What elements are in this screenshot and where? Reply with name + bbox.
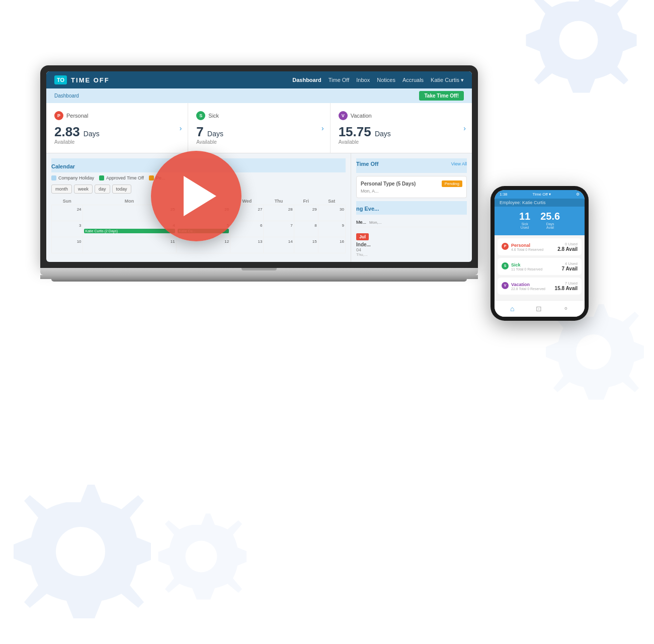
nav-user[interactable]: Katie Curtis ▾ [431, 77, 464, 83]
phone-row-vacation[interactable]: V Vacation 22.8 Total 0 Reserved 7 Used … [498, 278, 582, 295]
personal-arrow[interactable]: › [180, 124, 182, 132]
phone-tab-home-icon[interactable]: ⌂ [510, 305, 514, 313]
cal-cell[interactable]: 13 [230, 237, 264, 253]
nav-inbox[interactable]: Inbox [356, 77, 370, 83]
upcoming-title: ng Eve... [356, 206, 379, 212]
phone-employee-row: Employee: Katie Curtis [495, 199, 585, 207]
legend-approved: Approved Time Off [99, 175, 144, 180]
phone-screen: 1:38 Time Off ▾ ⚙ Employee: Katie Curtis… [495, 190, 585, 317]
vacation-arrow[interactable]: › [463, 124, 466, 132]
jul-event-weekday: Thu,... [356, 252, 467, 257]
phone-tab-person-icon[interactable]: ⚬ [563, 305, 569, 313]
cal-cell[interactable]: 24 [52, 205, 83, 221]
cal-cell[interactable]: 10 [52, 237, 83, 253]
timeoff-item-header: Personal Type (5 Days) Pending [361, 180, 462, 187]
nav-timeoff[interactable]: Time Off [329, 77, 350, 83]
legend-dot-personal [149, 175, 154, 180]
phone-bottom-bar: ⌂ ⊡ ⚬ [495, 300, 585, 317]
logo-text: TIME OFF [71, 76, 110, 84]
cal-cell[interactable]: 15 [294, 237, 318, 253]
personal-badge: P [54, 111, 63, 120]
personal-available: Available [54, 139, 180, 145]
cal-day-btn[interactable]: day [95, 185, 110, 194]
cal-cell[interactable]: 3 [52, 221, 83, 237]
jul-event-type: Inde... [356, 242, 467, 247]
cal-cell[interactable]: 30 [318, 205, 345, 221]
jul-event-date: 04 [356, 247, 467, 252]
gear-bottom-left [10, 481, 151, 624]
phone-sick-label: SickUsed [519, 222, 530, 229]
phone-personal-right: 0 Used 2.8 Avail [557, 242, 578, 252]
app-cards: P Personal 2.83 Days Available › S Sick … [46, 103, 472, 153]
timeoff-item-personal: Personal Type (5 Days) Pending Mon, A... [356, 176, 467, 198]
cal-today-btn[interactable]: today [112, 185, 131, 194]
phone-vacation-badge: V [502, 282, 509, 289]
sick-label: Sick [208, 113, 219, 119]
phone: 1:38 Time Off ▾ ⚙ Employee: Katie Curtis… [490, 186, 589, 321]
nav-dashboard[interactable]: Dashboard [292, 77, 321, 83]
card-sick: S Sick 7 Days Available › [188, 103, 330, 153]
phone-row-personal[interactable]: P Personal 4.6 Total 0 Reserved 0 Used 2… [498, 238, 582, 255]
phone-employee-name: Katie Curtis [522, 200, 546, 205]
legend-approved-label: Approved Time Off [106, 175, 144, 180]
cal-cell[interactable]: 29 [294, 205, 318, 221]
phone-time: 1:38 [500, 192, 508, 197]
phone-days-label: DaysAvail [540, 222, 560, 229]
take-time-off-button[interactable]: Take Time Off! [419, 91, 464, 101]
timeoff-header: Time Off View All [356, 161, 467, 167]
cal-month-btn[interactable]: month [51, 185, 72, 194]
phone-row-left-sick: S Sick 11 Total 0 Reserved [502, 262, 542, 271]
cal-cell[interactable]: 7 [264, 221, 294, 237]
phone-content: P Personal 4.6 Total 0 Reserved 0 Used 2… [495, 235, 585, 300]
cal-header-sat: Sat [318, 198, 345, 205]
phone-row-left-personal: P Personal 4.6 Total 0 Reserved [502, 243, 543, 251]
cal-week-btn[interactable]: week [74, 185, 93, 194]
phone-days-num: 25.6 [540, 211, 560, 222]
phone-personal-avail: 2.8 Avail [557, 246, 578, 252]
play-button[interactable] [151, 151, 241, 241]
cal-cell[interactable]: 6 [230, 221, 264, 237]
phone-tab-bookmark-icon[interactable]: ⊡ [536, 305, 542, 313]
card-type-row-vacation: V Vacation [339, 111, 464, 120]
cal-cell[interactable]: 28 [264, 205, 294, 221]
vacation-days: 15.75 Days [339, 125, 464, 138]
view-all-link[interactable]: View All [451, 161, 467, 166]
phone-stat-days: 25.6 DaysAvail [540, 211, 560, 229]
laptop-screen-outer: TO TIME OFF Dashboard Time Off Inbox Not… [40, 65, 478, 268]
cal-cell[interactable]: 11 [83, 237, 176, 253]
laptop-base [40, 268, 478, 275]
phone-app-title: Time Off ▾ [533, 192, 551, 197]
cal-cell[interactable]: 16 [318, 237, 345, 253]
sick-arrow[interactable]: › [321, 124, 324, 132]
phone-sick-num: 11 [519, 211, 530, 222]
cal-header-thu: Thu [264, 198, 294, 205]
cal-cell[interactable]: 9 [318, 221, 345, 237]
scene: TO TIME OFF Dashboard Time Off Inbox Not… [0, 0, 654, 644]
timeoff-title: Time Off [356, 161, 378, 167]
laptop-notch [241, 268, 277, 270]
phone-summary: 11 SickUsed 25.6 DaysAvail [495, 207, 585, 235]
phone-employee-label: Employee: [500, 200, 522, 205]
cal-cell[interactable]: 8 [294, 221, 318, 237]
timeoff-type-personal: Personal Type (5 Days) [361, 181, 416, 187]
nav-links: Dashboard Time Off Inbox Notices Accrual… [292, 77, 464, 83]
laptop-hinge [40, 275, 478, 279]
phone-sick-badge: S [502, 262, 509, 269]
nav-accruals[interactable]: Accruals [402, 77, 424, 83]
legend-company: Company Holiday [51, 175, 94, 180]
play-triangle-icon [184, 176, 216, 216]
cal-header-sun: Sun [52, 198, 83, 205]
logo-box: TO [54, 75, 67, 84]
card-vacation: V Vacation 15.75 Days Available › [331, 103, 472, 153]
app-logo: TO TIME OFF [54, 75, 110, 84]
cal-cell[interactable]: 14 [264, 237, 294, 253]
phone-row-sick[interactable]: S Sick 11 Total 0 Reserved 4 Used 7 Avai… [498, 258, 582, 275]
phone-personal-info: Personal 4.6 Total 0 Reserved [511, 243, 543, 251]
month-event-me: Me... Mon,... [356, 218, 467, 227]
phone-settings-icon[interactable]: ⚙ [576, 192, 580, 197]
app-breadcrumb: Dashboard Take Time Off! [46, 88, 472, 103]
nav-notices[interactable]: Notices [377, 77, 395, 83]
app-bottom: Calendar Company Holiday Approved Time O… [46, 153, 472, 262]
phone-sick-info: Sick 11 Total 0 Reserved [511, 262, 542, 271]
gear-bottom-mid [156, 511, 247, 604]
